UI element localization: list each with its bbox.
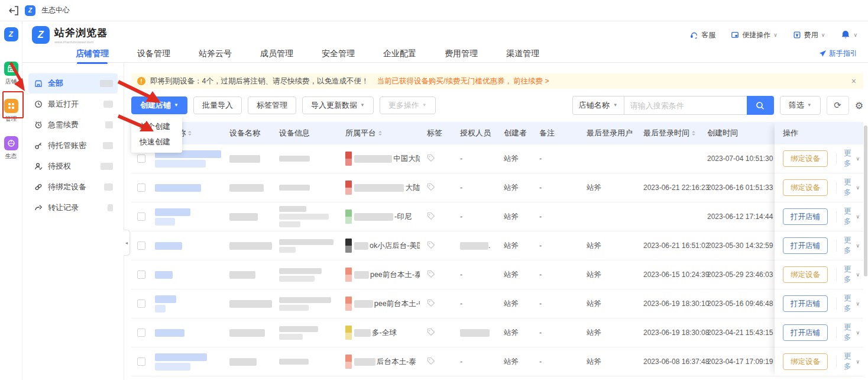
cell-note: - bbox=[536, 358, 583, 366]
tag-icon[interactable] bbox=[427, 328, 435, 338]
column-header-所属平台[interactable]: 所属平台 bbox=[342, 128, 423, 139]
cell-shop-name bbox=[151, 184, 226, 192]
cell-note: - bbox=[536, 329, 583, 337]
fees-menu[interactable]: 费用 ∨ bbox=[793, 30, 825, 40]
customer-service-button[interactable]: 客服 bbox=[690, 30, 715, 40]
quick-ops-menu[interactable]: 便捷操作 ∨ bbox=[731, 30, 778, 40]
more-actions-link[interactable]: 更多∨ bbox=[836, 356, 860, 368]
import-update-button[interactable]: 导入更新数据▼ bbox=[302, 96, 374, 114]
tab-店铺管理[interactable]: 店铺管理 bbox=[76, 49, 109, 64]
rail-item-生态[interactable]: 生态 bbox=[4, 136, 18, 160]
tag-icon[interactable] bbox=[427, 241, 435, 251]
cell-last-login-user: 站斧 bbox=[583, 183, 640, 193]
bind-device-button[interactable]: 绑定设备 bbox=[783, 179, 828, 196]
bind-device-button[interactable]: 绑定设备 bbox=[783, 266, 828, 283]
cell-last-login-user: 站斧 bbox=[583, 357, 640, 367]
cell-last-login-user: 站斧 bbox=[583, 299, 640, 309]
more-actions-link[interactable]: 更多∨ bbox=[836, 153, 860, 165]
panel-icon bbox=[731, 31, 739, 39]
rail-item-管理[interactable]: 管理 bbox=[4, 99, 18, 123]
more-actions-link[interactable]: 更多∨ bbox=[836, 240, 860, 252]
tab-渠道管理[interactable]: 渠道管理 bbox=[506, 49, 539, 64]
sort-icon[interactable] bbox=[188, 129, 192, 137]
cell-actions: 绑定设备更多∨ bbox=[775, 179, 863, 196]
row-checkbox[interactable] bbox=[137, 270, 145, 279]
search-button[interactable] bbox=[747, 96, 774, 115]
sidebar-item-待授权[interactable]: 待授权 bbox=[28, 156, 118, 176]
tag-icon[interactable] bbox=[427, 154, 435, 164]
row-checkbox[interactable] bbox=[137, 241, 145, 250]
banner-close-icon[interactable]: × bbox=[850, 76, 857, 86]
rail-item-店铺[interactable]: 店铺 bbox=[4, 62, 18, 86]
cell-tag bbox=[423, 357, 456, 367]
tag-icon[interactable] bbox=[427, 183, 435, 193]
renew-now-link[interactable]: 前往续费 > bbox=[513, 76, 549, 86]
bind-device-button[interactable]: 绑定设备 bbox=[783, 353, 828, 370]
more-ops-button[interactable]: 更多操作▼ bbox=[380, 96, 436, 114]
more-actions-link[interactable]: 更多∨ bbox=[836, 182, 860, 194]
tab-费用管理[interactable]: 费用管理 bbox=[445, 49, 478, 64]
create-shop-button[interactable]: 创建店铺 ▼ bbox=[131, 96, 187, 114]
cell-platform: 后台本土-泰 bbox=[342, 355, 423, 369]
tab-站斧云号[interactable]: 站斧云号 bbox=[199, 49, 232, 64]
refresh-button[interactable]: ⟳ bbox=[827, 96, 849, 115]
search-input[interactable] bbox=[624, 96, 747, 115]
vertical-scrollbar-thumb[interactable] bbox=[864, 125, 867, 276]
tag-icon[interactable] bbox=[427, 212, 435, 222]
sidebar-item-待绑定设备[interactable]: 待绑定设备 bbox=[28, 177, 118, 197]
tab-成员管理[interactable]: 成员管理 bbox=[260, 49, 293, 64]
filter-button[interactable]: 筛选▼ bbox=[780, 96, 821, 115]
tag-icon[interactable] bbox=[427, 357, 435, 367]
more-label: 更多 bbox=[844, 294, 854, 314]
more-actions-link[interactable]: 更多∨ bbox=[836, 269, 860, 281]
row-checkbox[interactable] bbox=[137, 329, 145, 337]
brand-name: 站斧浏览器 bbox=[54, 26, 108, 40]
dropdown-item-快速创建[interactable]: 快速创建 bbox=[131, 134, 182, 150]
batch-import-button[interactable]: 批量导入 bbox=[193, 96, 242, 114]
cell-tag bbox=[423, 299, 456, 309]
more-actions-link[interactable]: 更多∨ bbox=[836, 211, 860, 223]
open-shop-button[interactable]: 打开店铺 bbox=[783, 295, 828, 312]
tag-icon[interactable] bbox=[427, 270, 435, 280]
row-checkbox[interactable] bbox=[137, 300, 145, 308]
open-shop-button[interactable]: 打开店铺 bbox=[783, 324, 828, 341]
sort-icon[interactable] bbox=[378, 129, 382, 137]
column-header-最后登录时间[interactable]: 最后登录时间 bbox=[640, 128, 704, 139]
cell-checkbox bbox=[131, 212, 151, 221]
sidebar-item-最近打开[interactable]: 最近打开 bbox=[28, 94, 118, 114]
chevron-down-icon: ∨ bbox=[856, 330, 860, 336]
row-checkbox[interactable] bbox=[137, 154, 145, 163]
sidebar-item-全部[interactable]: 全部 bbox=[28, 73, 118, 94]
tab-企业配置[interactable]: 企业配置 bbox=[383, 49, 416, 64]
more-actions-link[interactable]: 更多∨ bbox=[836, 327, 860, 339]
row-checkbox[interactable] bbox=[137, 212, 145, 221]
row-checkbox[interactable] bbox=[137, 183, 145, 192]
row-checkbox[interactable] bbox=[137, 358, 145, 366]
beginner-guide-link[interactable]: 新手指引 bbox=[819, 49, 857, 59]
cell-creator: 站斧 bbox=[500, 154, 536, 164]
sidebar-item-转让记录[interactable]: 转让记录 bbox=[28, 198, 118, 218]
rail-item-label: 生态 bbox=[5, 152, 17, 160]
more-actions-link[interactable]: 更多∨ bbox=[836, 298, 860, 310]
sidebar-item-待托管账密[interactable]: 待托管账密 bbox=[28, 136, 118, 156]
open-shop-button[interactable]: 打开店铺 bbox=[783, 237, 828, 254]
cell-tag bbox=[423, 328, 456, 338]
open-shop-button[interactable]: 打开店铺 bbox=[783, 208, 828, 225]
bind-device-button[interactable]: 绑定设备 bbox=[783, 150, 828, 167]
tab-设备管理[interactable]: 设备管理 bbox=[137, 49, 170, 64]
sidebar-item-label: 最近打开 bbox=[48, 99, 79, 110]
tag-icon[interactable] bbox=[427, 299, 435, 309]
key-icon bbox=[34, 141, 43, 150]
sort-icon[interactable] bbox=[692, 129, 695, 137]
tag-manage-button[interactable]: 标签管理 bbox=[248, 96, 296, 114]
platform-name: -印尼 bbox=[394, 212, 412, 222]
search-field-select[interactable]: 店铺名称 ▼ bbox=[572, 96, 624, 115]
column-settings-gear-icon[interactable]: ⚙ bbox=[855, 100, 863, 111]
sidebar-item-急需续费[interactable]: 急需续费 bbox=[28, 115, 118, 135]
rail-app-logo-icon[interactable]: Z bbox=[4, 27, 18, 41]
notification-menu[interactable]: ∨ bbox=[840, 30, 857, 40]
exit-back-icon[interactable] bbox=[8, 5, 19, 16]
tab-安全管理[interactable]: 安全管理 bbox=[322, 49, 355, 64]
redacted-text bbox=[279, 221, 300, 227]
dropdown-item-单个创建[interactable]: 单个创建 bbox=[131, 119, 182, 134]
